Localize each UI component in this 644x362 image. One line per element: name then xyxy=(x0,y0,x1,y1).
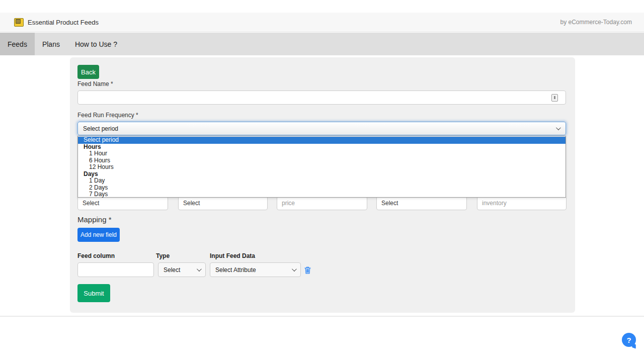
add-new-field-button[interactable]: Add new field xyxy=(77,228,120,242)
app-title: Essential Product Feeds xyxy=(28,19,99,26)
price-placeholder: price xyxy=(282,200,295,207)
chevron-down-icon xyxy=(197,266,202,272)
trash-icon[interactable] xyxy=(304,266,311,274)
feed-run-frequency-selected-value: Select period xyxy=(83,125,118,132)
submit-button[interactable]: Submit xyxy=(77,284,110,302)
dropdown-option-2-days[interactable]: 2 Days xyxy=(78,185,566,192)
price-field[interactable]: price xyxy=(277,196,367,210)
chevron-down-icon xyxy=(292,266,297,272)
hidden-field-select-2[interactable]: Select xyxy=(178,196,268,210)
dropdown-option-6-hours[interactable]: 6 Hours xyxy=(78,157,566,164)
select-value: Select xyxy=(83,200,99,207)
tab-plans[interactable]: Plans xyxy=(35,33,67,55)
dropdown-option-1-day[interactable]: 1 Day xyxy=(78,177,566,185)
feed-form-card: Back Feed Name * Feed Run Frequency * Se… xyxy=(70,57,575,313)
column-header-feed-column: Feed column xyxy=(77,252,115,259)
select-value: Select xyxy=(381,200,398,207)
page: Essential Product Feeds by eCommerce-Tod… xyxy=(0,0,644,362)
back-button[interactable]: Back xyxy=(77,65,99,79)
footer-divider xyxy=(0,316,644,317)
tab-feeds[interactable]: Feeds xyxy=(0,33,35,55)
app-logo-icon xyxy=(14,18,24,27)
type-select-value: Select xyxy=(164,266,180,274)
dropdown-option-7-days[interactable]: 7 Days xyxy=(78,191,566,198)
type-select[interactable]: Select xyxy=(158,262,206,277)
header-byline: by eCommerce-Today.com xyxy=(560,19,632,26)
feed-name-label: Feed Name * xyxy=(77,80,113,87)
frequency-dropdown-panel: Select period Hours 1 Hour 6 Hours 12 Ho… xyxy=(77,136,566,198)
select-value: Select xyxy=(183,200,200,207)
feed-run-frequency-label: Feed Run Frequency * xyxy=(77,112,138,119)
inventory-placeholder: inventory xyxy=(482,200,507,207)
app-header: Essential Product Feeds by eCommerce-Tod… xyxy=(0,13,644,32)
column-header-type: Type xyxy=(156,252,170,259)
input-feed-data-select[interactable]: Select Attribute xyxy=(210,262,301,277)
input-feed-data-select-value: Select Attribute xyxy=(215,266,256,274)
column-header-input-feed-data: Input Feed Data xyxy=(210,252,255,259)
tab-bar: Feeds Plans How to Use ? xyxy=(0,33,644,55)
dropdown-group-hours: Hours xyxy=(78,144,566,151)
help-button[interactable]: ? xyxy=(622,333,636,347)
mapping-title: Mapping * xyxy=(77,215,112,224)
chevron-down-icon xyxy=(556,125,561,130)
tab-how-to-use[interactable]: How to Use ? xyxy=(67,33,125,55)
inventory-field[interactable]: inventory xyxy=(477,196,567,210)
dropdown-option-select-period[interactable]: Select period xyxy=(78,137,566,144)
feed-name-input[interactable] xyxy=(77,90,566,105)
hidden-field-select-3[interactable]: Select xyxy=(376,196,467,210)
dropdown-group-days: Days xyxy=(78,171,566,178)
feed-run-frequency-select[interactable]: Select period xyxy=(77,122,566,135)
feed-column-input[interactable] xyxy=(77,262,154,277)
dropdown-option-1-hour[interactable]: 1 Hour xyxy=(78,150,566,157)
hidden-field-select-1[interactable]: Select xyxy=(77,196,168,210)
autofill-icon[interactable] xyxy=(551,94,558,102)
dropdown-option-12-hours[interactable]: 12 Hours xyxy=(78,164,566,171)
